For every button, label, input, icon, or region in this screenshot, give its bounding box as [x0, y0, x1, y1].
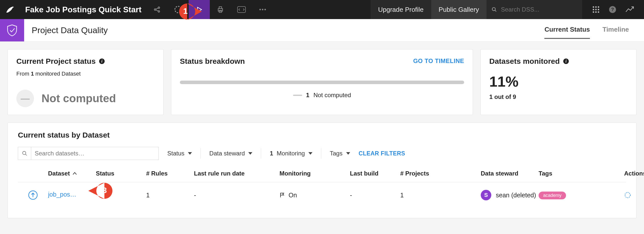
- status-circle: —: [16, 90, 34, 107]
- svg-point-19: [593, 9, 594, 10]
- svg-point-20: [595, 9, 597, 10]
- tag-badge[interactable]: academy: [539, 192, 566, 199]
- share-icon: [153, 6, 161, 13]
- col-rules[interactable]: # Rules: [146, 170, 194, 177]
- svg-point-18: [598, 6, 599, 8]
- panel-title: Current status by Dataset: [18, 131, 626, 139]
- datasets-monitored-card: Datasets monitored i 11% 1 out of 9: [480, 49, 636, 115]
- breakdown-title: Status breakdown: [180, 57, 245, 66]
- apps-grid-icon[interactable]: [592, 6, 600, 13]
- global-search-input[interactable]: [501, 6, 577, 13]
- status-text: Not computed: [42, 92, 116, 105]
- global-search[interactable]: [487, 0, 582, 19]
- trend-arrow-icon[interactable]: [625, 6, 634, 13]
- row-actions[interactable]: [624, 192, 644, 199]
- monitored-title: Datasets monitored: [489, 57, 560, 66]
- info-icon[interactable]: i: [99, 59, 105, 64]
- col-tags[interactable]: Tags: [539, 170, 624, 177]
- dataset-search-input[interactable]: [31, 147, 158, 160]
- svg-point-16: [593, 6, 594, 8]
- row-steward: S sean (deleted): [481, 190, 539, 200]
- row-last-run: -: [194, 192, 279, 199]
- quality-shield[interactable]: [0, 19, 24, 41]
- col-last-build[interactable]: Last build: [350, 170, 400, 177]
- filter-data-steward[interactable]: Data steward: [207, 150, 254, 157]
- svg-line-4: [156, 10, 158, 11]
- monitored-percent: 11%: [489, 73, 628, 90]
- print-button[interactable]: [210, 0, 231, 19]
- col-actions[interactable]: Actions: [624, 170, 644, 177]
- svg-point-14: [492, 8, 495, 11]
- info-icon[interactable]: i: [563, 59, 569, 64]
- project-status-subtitle: From 1 monitored Dataset: [16, 71, 155, 77]
- filter-tags[interactable]: Tags: [328, 150, 352, 157]
- project-status-title: Current Project status: [16, 57, 96, 66]
- code-button[interactable]: [231, 0, 252, 19]
- printer-icon: [217, 6, 224, 13]
- svg-point-11: [259, 9, 261, 10]
- col-steward[interactable]: Data steward: [481, 170, 539, 177]
- svg-marker-29: [188, 152, 192, 155]
- svg-point-17: [595, 6, 597, 8]
- tab-timeline[interactable]: Timeline: [602, 26, 629, 39]
- project-status-card: Current Project status i From 1 monitore…: [8, 49, 164, 115]
- table-row: job_pos… 1 - On - 1 S sean (deleted) aca…: [18, 182, 626, 208]
- chevron-down-icon: [308, 152, 312, 155]
- col-status[interactable]: Status: [96, 170, 146, 177]
- svg-point-13: [264, 9, 266, 10]
- svg-marker-30: [248, 152, 252, 155]
- table-header: Dataset Status # Rules Last rule run dat…: [18, 160, 626, 182]
- app-logo[interactable]: [0, 0, 20, 19]
- legend-count: 1: [306, 92, 309, 99]
- svg-point-27: [22, 151, 26, 155]
- clear-filters-button[interactable]: CLEAR FILTERS: [359, 150, 405, 157]
- filter-bar: Status Data steward 1 Monitoring Tags CL…: [18, 147, 626, 160]
- loading-icon: [624, 192, 631, 199]
- page-header: Project Data Quality Current Status Time…: [0, 19, 644, 42]
- help-icon[interactable]: ?: [609, 6, 616, 13]
- col-dataset[interactable]: Dataset: [48, 170, 96, 177]
- svg-marker-32: [346, 152, 350, 155]
- col-last-run[interactable]: Last rule run date: [194, 170, 279, 177]
- page-tabs: Current Status Timeline: [544, 19, 644, 41]
- filter-status[interactable]: Status: [165, 150, 194, 157]
- row-last-build: -: [350, 192, 400, 199]
- upgrade-profile-button[interactable]: Upgrade Profile: [371, 0, 431, 19]
- svg-line-15: [495, 10, 496, 12]
- public-gallery-button[interactable]: Public Gallery: [431, 0, 487, 19]
- share-button[interactable]: [146, 0, 168, 19]
- top-nav: Fake Job Postings Quick Start 1 Upgrade …: [0, 0, 644, 19]
- search-icon: [492, 7, 497, 13]
- callout-3: 3: [88, 183, 112, 200]
- callout-1: 1: [179, 4, 198, 20]
- go-to-timeline-link[interactable]: GO TO TIMELINE: [413, 57, 464, 65]
- svg-text:?: ?: [611, 7, 614, 12]
- dataset-link[interactable]: job_pos…: [48, 191, 76, 198]
- legend-label: Not computed: [313, 92, 351, 99]
- col-monitoring[interactable]: Monitoring: [279, 170, 350, 177]
- summary-cards: Current Project status i From 1 monitore…: [0, 42, 644, 123]
- avatar: S: [481, 190, 491, 200]
- row-monitoring: On: [279, 192, 350, 199]
- flag-icon: [279, 192, 285, 198]
- ellipsis-icon: [259, 9, 266, 11]
- more-button[interactable]: [252, 0, 273, 19]
- search-icon: [18, 147, 31, 160]
- svg-point-34: [625, 193, 630, 198]
- col-projects[interactable]: # Projects: [400, 170, 481, 177]
- shield-check-icon: [7, 24, 18, 36]
- chevron-down-icon: [346, 152, 350, 155]
- chevron-down-icon: [188, 152, 192, 155]
- dataset-search[interactable]: [18, 147, 159, 160]
- svg-point-24: [598, 11, 599, 13]
- page-title: Project Data Quality: [24, 19, 544, 41]
- dataset-upload-icon: [28, 190, 38, 200]
- tab-current-status[interactable]: Current Status: [544, 26, 590, 39]
- project-title[interactable]: Fake Job Postings Quick Start: [20, 0, 146, 19]
- filter-monitoring[interactable]: 1 Monitoring: [268, 150, 314, 157]
- svg-line-28: [25, 154, 27, 156]
- legend-swatch: [293, 95, 302, 96]
- svg-point-22: [593, 11, 594, 13]
- bird-icon: [6, 5, 15, 14]
- code-panel-icon: [237, 6, 246, 13]
